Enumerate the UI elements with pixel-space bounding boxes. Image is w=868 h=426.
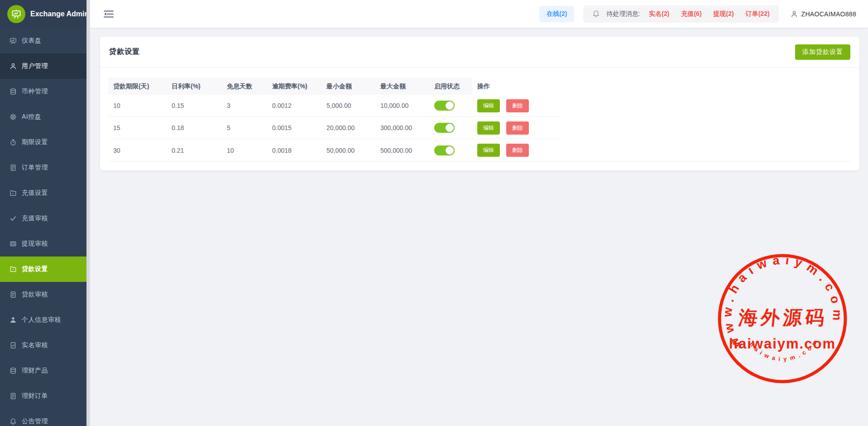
sidebar-item-label: 实名审核 [22, 341, 48, 349]
cell-min-amount: 5,000.00 [321, 102, 375, 109]
toggle-knob [446, 146, 454, 155]
pending-link[interactable]: 充值(6) [681, 10, 701, 18]
app-title: Exchange Admin [30, 10, 89, 18]
column-header: 日利率(%) [167, 77, 222, 95]
toggle-knob [446, 124, 454, 132]
gear-icon [10, 113, 17, 121]
user-menu[interactable]: ZHAOCAIMAO888 [788, 10, 856, 18]
sidebar-item[interactable]: 仪表盘 [0, 28, 86, 53]
table-row: 15 0.18 5 0.0015 20,000.00 300,000.00 编辑… [108, 117, 561, 139]
sidebar-item[interactable]: 理财产品 [0, 358, 86, 383]
cell-daily-rate: 0.15 [167, 102, 222, 109]
column-header: 最大金额 [375, 77, 429, 95]
pending-links: 实名(2) 充值(6) 提现(2) 订单(22) [649, 10, 769, 18]
card-header: 贷款设置 添加贷款设置 [100, 37, 859, 68]
table-bottom-border [108, 161, 851, 162]
document-icon [10, 291, 17, 298]
cell-loan-days: 15 [108, 124, 167, 131]
sidebar-item-label: 用户管理 [22, 62, 48, 70]
person-filled-icon [10, 316, 17, 324]
bell-icon [592, 10, 600, 18]
sidebar-item[interactable]: 理财订单 [0, 383, 86, 409]
sidebar-item[interactable]: 实名审核 [0, 333, 86, 358]
add-loan-setting-button[interactable]: 添加贷款设置 [795, 44, 850, 60]
edit-button[interactable]: 编辑 [477, 121, 500, 135]
sidebar-item-label: 仪表盘 [22, 37, 42, 45]
sidebar-item-label: AI控盘 [22, 113, 41, 121]
sidebar-item[interactable]: 贷款设置 [0, 257, 86, 282]
column-header: 最小金额 [321, 77, 375, 95]
folder-icon [10, 266, 17, 273]
folder-icon [10, 189, 17, 197]
sidebar-scrollbar[interactable] [86, 0, 90, 426]
sidebar-item[interactable]: 期限设置 [0, 130, 86, 155]
document-icon [10, 164, 17, 171]
coins-icon [10, 367, 17, 374]
enable-toggle[interactable] [434, 123, 455, 133]
sidebar-item[interactable]: 充值设置 [0, 180, 86, 206]
sidebar-item[interactable]: 用户管理 [0, 53, 86, 79]
sidebar-item-label: 充值设置 [22, 189, 48, 197]
card-title: 贷款设置 [109, 47, 140, 57]
sidebar-item[interactable]: 订单管理 [0, 155, 86, 180]
sidebar-menu: 仪表盘 用户管理 币种管理 AI控盘 期限设置 [0, 28, 86, 426]
cell-loan-days: 30 [108, 147, 167, 154]
delete-button[interactable]: 删除 [506, 99, 529, 112]
sidebar-item-label: 个人信息审核 [22, 316, 61, 324]
online-badge[interactable]: 在线(2) [539, 6, 574, 22]
pending-label: 待处理消息: [606, 10, 640, 18]
toggle-knob [446, 102, 454, 110]
column-header: 免息天数 [222, 77, 267, 95]
dashboard-icon [10, 37, 17, 44]
menu-fold-icon[interactable] [104, 10, 114, 19]
doc-check-icon [10, 342, 17, 349]
sidebar-item[interactable]: 个人信息审核 [0, 307, 86, 333]
check-icon [10, 215, 17, 222]
sidebar-item[interactable]: 提现审核 [0, 231, 86, 257]
cell-free-days: 3 [222, 102, 267, 109]
column-header: 贷款期限(天) [108, 77, 167, 95]
table-body: 10 0.15 3 0.0012 5,000.00 10,000.00 编辑 删… [108, 95, 851, 161]
sidebar-item[interactable]: 币种管理 [0, 79, 86, 104]
sidebar-item-label: 理财订单 [22, 392, 48, 400]
cell-min-amount: 20,000.00 [321, 124, 375, 131]
document-icon [10, 392, 17, 400]
sidebar-item-label: 公告管理 [22, 417, 48, 426]
sidebar: Exchange Admin 仪表盘 用户管理 币种管理 AI控盘 [0, 0, 86, 426]
cell-daily-rate: 0.18 [167, 124, 222, 131]
edit-button[interactable]: 编辑 [477, 99, 500, 112]
username: ZHAOCAIMAO888 [801, 10, 856, 18]
cell-loan-days: 10 [108, 102, 167, 109]
sidebar-item-label: 期限设置 [22, 138, 48, 146]
topbar-right: 在线(2) 待处理消息: 实名(2) 充值(6) 提现(2) 订单(22) [539, 5, 856, 23]
table-row: 10 0.15 3 0.0012 5,000.00 10,000.00 编辑 删… [108, 95, 561, 117]
pending-link[interactable]: 提现(2) [714, 10, 734, 18]
sidebar-item-label: 理财产品 [22, 367, 48, 375]
cell-min-amount: 50,000.00 [321, 147, 375, 154]
delete-button[interactable]: 删除 [506, 121, 529, 135]
sidebar-item[interactable]: AI控盘 [0, 104, 86, 130]
delete-button[interactable]: 删除 [506, 144, 529, 157]
pending-link[interactable]: 实名(2) [649, 10, 669, 18]
pending-link[interactable]: 订单(22) [746, 10, 770, 18]
cell-overdue-rate: 0.0018 [267, 147, 321, 154]
table-row: 30 0.21 10 0.0018 50,000.00 500,000.00 编… [108, 139, 561, 161]
enable-toggle[interactable] [434, 145, 455, 155]
sidebar-item[interactable]: 充值审核 [0, 206, 86, 231]
cell-free-days: 5 [222, 124, 267, 131]
main-area: 在线(2) 待处理消息: 实名(2) 充值(6) 提现(2) 订单(22) [90, 0, 868, 426]
edit-button[interactable]: 编辑 [477, 144, 500, 157]
sidebar-item[interactable]: 贷款审核 [0, 282, 86, 307]
sidebar-item-label: 充值审核 [22, 214, 48, 223]
sidebar-item-label: 订单管理 [22, 164, 48, 172]
column-header: 操作 [472, 77, 561, 95]
coins-icon [10, 88, 17, 95]
sidebar-item-label: 贷款审核 [22, 290, 48, 299]
pending-messages: 待处理消息: 实名(2) 充值(6) 提现(2) 订单(22) [583, 5, 778, 23]
enable-toggle[interactable] [434, 101, 455, 111]
column-header: 启用状态 [429, 77, 472, 95]
sidebar-item[interactable]: 公告管理 [0, 409, 86, 426]
cell-free-days: 10 [222, 147, 267, 154]
loan-settings-card: 贷款设置 添加贷款设置 贷款期限(天) 日利率(%) 免息天数 逾期费率(%) … [100, 37, 859, 170]
sidebar-item-label: 贷款设置 [22, 265, 48, 273]
